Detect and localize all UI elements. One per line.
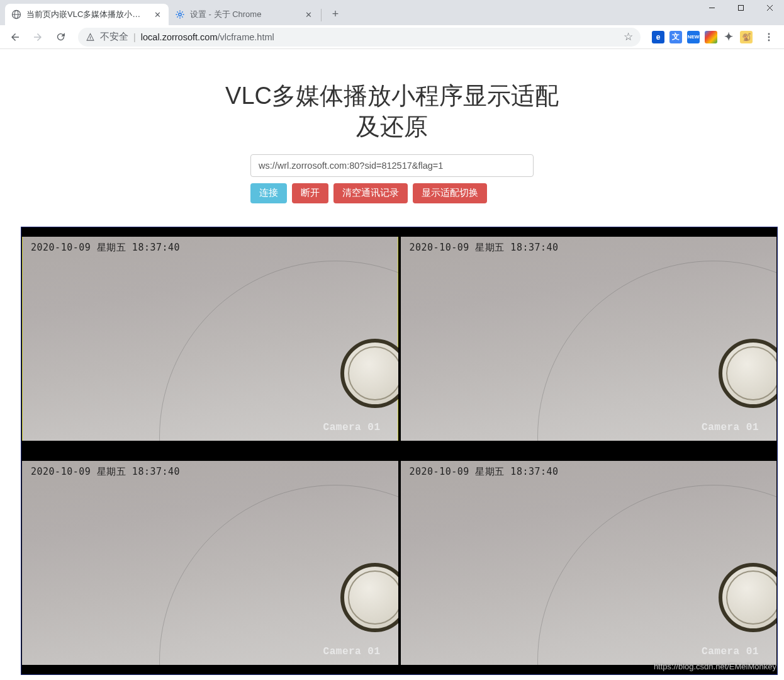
clear-log-button[interactable]: 清空通讯记录: [333, 183, 408, 203]
tab-active[interactable]: 当前页内嵌VLC多媒体播放小程序 ✕: [5, 4, 169, 25]
extension-icon[interactable]: NEW: [687, 31, 700, 43]
websocket-url-input[interactable]: [250, 154, 534, 177]
video-cell-4[interactable]: 2020-10-09 星期五 18:37:40 Camera 01: [400, 451, 778, 674]
bookmark-star-icon[interactable]: ☆: [624, 30, 633, 43]
letterbox: [22, 228, 398, 237]
video-cell-3[interactable]: 2020-10-09 星期五 18:37:40 Camera 01: [21, 451, 399, 674]
video-cell-1[interactable]: 2020-10-09 星期五 18:37:40 Camera 01: [21, 227, 399, 450]
tab-strip: 当前页内嵌VLC多媒体播放小程序 ✕ 设置 - 关于 Chrome ✕ +: [0, 0, 784, 25]
disconnect-button[interactable]: 断开: [292, 183, 328, 203]
video-camera-label: Camera 01: [323, 646, 381, 657]
window-controls: [697, 0, 784, 18]
button-row: 连接 断开 清空通讯记录 显示适配切换: [250, 183, 534, 203]
forward-button[interactable]: [28, 27, 48, 47]
video-camera-label: Camera 01: [702, 422, 759, 433]
connect-button[interactable]: 连接: [250, 183, 287, 203]
video-grid: 2020-10-09 星期五 18:37:40 Camera 01 2020-1…: [21, 227, 778, 675]
extension-icon[interactable]: 文: [669, 31, 682, 43]
letterbox: [22, 441, 398, 450]
tab-title: 当前页内嵌VLC多媒体播放小程序: [26, 9, 148, 20]
security-label: 不安全: [100, 31, 128, 43]
video-timestamp: 2020-10-09 星期五 18:37:40: [410, 242, 559, 254]
letterbox: [22, 452, 398, 461]
not-secure-icon: [86, 32, 95, 42]
extension-icon[interactable]: e: [652, 31, 664, 43]
svg-point-9: [768, 36, 770, 38]
close-icon[interactable]: ✕: [303, 9, 313, 20]
url-host: local.zorrosoft.com: [141, 32, 218, 42]
toggle-display-button[interactable]: 显示适配切换: [413, 183, 487, 203]
extension-icon[interactable]: [705, 31, 717, 43]
window-minimize-button[interactable]: [697, 0, 726, 16]
letterbox: [22, 665, 398, 674]
globe-icon: [11, 9, 21, 20]
video-timestamp: 2020-10-09 星期五 18:37:40: [31, 466, 180, 478]
svg-point-8: [768, 33, 770, 35]
browser-toolbar: 不安全 | local.zorrosoft.com/vlcframe.html …: [0, 25, 784, 49]
gear-icon: [175, 9, 185, 20]
letterbox: [401, 228, 777, 237]
watermark: https://blog.csdn.net/EMeiMonkey: [654, 662, 776, 671]
tab-inactive[interactable]: 设置 - 关于 Chrome ✕: [169, 4, 320, 25]
page-content: VLC多媒体播放小程序显示适配及还原 连接 断开 清空通讯记录 显示适配切换 2…: [0, 49, 784, 675]
address-bar[interactable]: 不安全 | local.zorrosoft.com/vlcframe.html …: [78, 28, 641, 47]
video-camera-label: Camera 01: [702, 646, 759, 657]
back-button[interactable]: [5, 27, 25, 47]
svg-point-10: [768, 39, 770, 41]
chrome-menu-button[interactable]: [759, 27, 779, 47]
video-camera-label: Camera 01: [323, 422, 381, 433]
extensions-puzzle-icon[interactable]: ✦: [722, 31, 735, 43]
new-tab-button[interactable]: +: [327, 5, 344, 23]
reload-button[interactable]: [50, 27, 70, 47]
extension-icon[interactable]: 🐒: [740, 31, 753, 43]
video-timestamp: 2020-10-09 星期五 18:37:40: [410, 466, 559, 478]
page-header: VLC多媒体播放小程序显示适配及还原 连接 断开 清空通讯记录 显示适配切换: [0, 49, 784, 229]
video-timestamp: 2020-10-09 星期五 18:37:40: [31, 242, 180, 254]
letterbox: [401, 441, 777, 450]
omnibox-divider: |: [133, 32, 136, 42]
tab-separator: [321, 9, 322, 21]
extension-icons: e 文 NEW ✦ 🐒: [648, 31, 756, 43]
svg-rect-1: [738, 5, 743, 10]
video-cell-2[interactable]: 2020-10-09 星期五 18:37:40 Camera 01: [400, 227, 778, 450]
page-title: VLC多媒体播放小程序显示适配及还原: [216, 81, 568, 143]
url-path: /vlcframe.html: [217, 32, 274, 42]
letterbox: [401, 452, 777, 461]
window-close-button[interactable]: [755, 0, 784, 16]
close-icon[interactable]: ✕: [152, 9, 162, 20]
controls-box: 连接 断开 清空通讯记录 显示适配切换: [250, 154, 534, 203]
tab-title: 设置 - 关于 Chrome: [190, 9, 300, 20]
window-maximize-button[interactable]: [726, 0, 755, 16]
svg-point-7: [179, 13, 181, 16]
